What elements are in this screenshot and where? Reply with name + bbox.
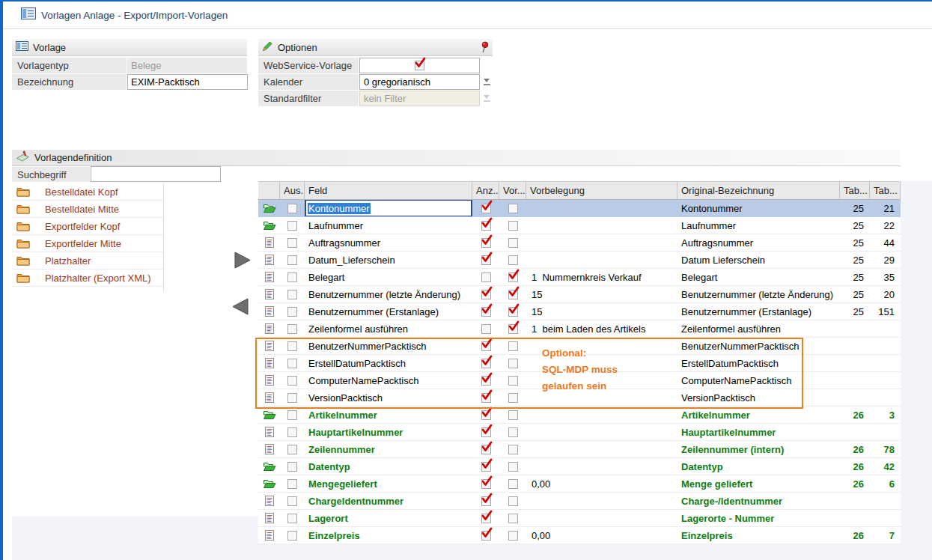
column-header-4[interactable]: Vor... (499, 182, 526, 199)
cell-feld[interactable]: Artikelnummer (305, 407, 472, 423)
anz-checkbox[interactable] (481, 307, 491, 317)
table-row[interactable]: Mengegeliefert0,00Menge geliefert266 (258, 475, 901, 493)
cell-feld[interactable]: Benutzernummer (Erstanlage) (305, 303, 472, 320)
anz-checkbox[interactable] (481, 341, 491, 351)
vor-checkbox[interactable] (508, 427, 518, 437)
cell-feld[interactable]: ComputerNamePacktisch (305, 372, 472, 389)
vor-checkbox[interactable] (508, 238, 518, 248)
aus-checkbox[interactable] (287, 479, 297, 489)
search-input[interactable] (91, 166, 221, 182)
kalender-dropdown-arrow-icon[interactable] (481, 74, 493, 90)
aus-checkbox[interactable] (287, 273, 297, 282)
vor-checkbox[interactable] (508, 479, 518, 489)
vor-checkbox[interactable] (508, 514, 518, 523)
anz-checkbox[interactable] (481, 531, 491, 541)
cell-feld[interactable]: Belegart (305, 269, 472, 285)
anz-checkbox[interactable] (481, 445, 491, 454)
vor-checkbox[interactable] (508, 324, 518, 334)
vor-checkbox[interactable] (508, 307, 518, 317)
vor-checkbox[interactable] (508, 393, 518, 403)
column-header-0[interactable] (258, 182, 280, 199)
table-row[interactable]: Belegart1 Nummernkreis VerkaufBelegart25… (258, 269, 901, 286)
vor-checkbox[interactable] (508, 204, 518, 213)
anz-checkbox[interactable] (481, 359, 491, 368)
cell-feld[interactable]: Datum_Lieferschein (305, 252, 472, 268)
folder-item[interactable]: Exportfelder Mitte (12, 235, 163, 252)
aus-checkbox[interactable] (287, 410, 297, 420)
aus-checkbox[interactable] (287, 341, 297, 351)
anz-checkbox[interactable] (481, 462, 491, 472)
column-header-7[interactable]: Tab... (840, 182, 870, 199)
table-row[interactable]: KontonummerKontonummer2521 (258, 200, 901, 217)
folder-item[interactable]: Bestelldatei Mitte (12, 201, 163, 218)
cell-feld[interactable]: Zeilenformel ausführen (305, 320, 472, 337)
vor-checkbox[interactable] (508, 462, 518, 472)
cell-feld[interactable]: ErstellDatumPacktisch (305, 355, 472, 371)
aus-checkbox[interactable] (287, 445, 297, 454)
table-row[interactable]: Zeilenformel ausführen1 beim Laden des A… (258, 320, 901, 338)
column-header-6[interactable]: Original-Bezeichnung (677, 182, 840, 199)
anz-checkbox[interactable] (481, 273, 491, 282)
folder-item[interactable]: Bestelldatei Kopf (12, 183, 163, 201)
cell-feld[interactable]: Lagerort (305, 510, 472, 526)
column-header-3[interactable]: Anz... (472, 182, 499, 199)
folder-item[interactable]: Platzhalter (12, 252, 163, 270)
aus-checkbox[interactable] (287, 376, 297, 386)
table-row[interactable]: AuftragsnummerAuftragsnummer2544 (258, 234, 901, 252)
aus-checkbox[interactable] (287, 531, 297, 541)
cell-feld[interactable]: Zeilennummer (305, 441, 472, 457)
aus-checkbox[interactable] (287, 255, 297, 265)
aus-checkbox[interactable] (287, 290, 297, 299)
bezeichnung-input[interactable] (127, 74, 248, 90)
column-header-1[interactable]: Aus... (280, 182, 305, 199)
aus-checkbox[interactable] (287, 324, 297, 334)
table-row[interactable]: Einzelpreis0,00Einzelpreis267 (258, 527, 901, 544)
anz-checkbox[interactable] (481, 376, 491, 386)
webservice-checkbox[interactable] (415, 61, 424, 70)
vor-checkbox[interactable] (508, 531, 518, 541)
cell-feld[interactable]: Hauptartikelnummer (305, 424, 472, 440)
table-row[interactable]: LagerortLagerorte - Nummer (258, 510, 901, 527)
column-header-8[interactable]: Tab... (870, 182, 901, 199)
folder-item[interactable]: Exportfelder Kopf (12, 218, 163, 235)
aus-checkbox[interactable] (287, 462, 297, 472)
table-row[interactable]: Datum_LieferscheinDatum Lieferschein2529 (258, 252, 901, 269)
aus-checkbox[interactable] (287, 514, 297, 523)
cell-feld[interactable]: Benutzernummer (letzte Änderung) (305, 286, 472, 302)
anz-checkbox[interactable] (481, 393, 491, 403)
cell-feld[interactable]: Kontonummer (305, 200, 472, 216)
cell-feld[interactable]: Mengegeliefert (305, 475, 472, 492)
table-row[interactable]: ChargeldentnummerCharge-/Identnummer (258, 493, 901, 510)
folder-item[interactable]: Platzhalter (Export XML) (12, 270, 163, 287)
vor-checkbox[interactable] (508, 221, 518, 231)
cell-feld[interactable]: BenutzerNummerPacktisch (305, 338, 472, 354)
vor-checkbox[interactable] (508, 290, 518, 299)
aus-checkbox[interactable] (287, 307, 297, 317)
vor-checkbox[interactable] (508, 410, 518, 420)
cell-feld[interactable]: VersionPacktisch (305, 389, 472, 406)
anz-checkbox[interactable] (481, 410, 491, 420)
cell-feld[interactable]: Einzelpreis (305, 527, 472, 544)
anz-checkbox[interactable] (481, 238, 491, 248)
move-right-button[interactable] (232, 250, 252, 273)
aus-checkbox[interactable] (287, 393, 297, 403)
aus-checkbox[interactable] (287, 238, 297, 248)
cell-feld[interactable]: Laufnummer (305, 217, 472, 234)
anz-checkbox[interactable] (481, 514, 491, 523)
table-row[interactable]: ArtikelnummerArtikelnummer263 (258, 407, 901, 424)
anz-checkbox[interactable] (481, 290, 491, 299)
column-header-5[interactable]: Vorbelegung (526, 182, 677, 199)
vor-checkbox[interactable] (508, 376, 518, 386)
anz-checkbox[interactable] (481, 427, 491, 437)
vor-checkbox[interactable] (508, 255, 518, 265)
aus-checkbox[interactable] (287, 427, 297, 437)
cell-feld[interactable]: Datentyp (305, 458, 472, 475)
aus-checkbox[interactable] (287, 359, 297, 368)
vor-checkbox[interactable] (508, 359, 518, 368)
table-row[interactable]: HauptartikelnummerHauptartikelnummer (258, 424, 901, 441)
pin-icon[interactable] (481, 41, 490, 55)
move-left-button[interactable] (231, 296, 251, 319)
aus-checkbox[interactable] (287, 204, 297, 213)
aus-checkbox[interactable] (287, 496, 297, 506)
vor-checkbox[interactable] (508, 341, 518, 351)
